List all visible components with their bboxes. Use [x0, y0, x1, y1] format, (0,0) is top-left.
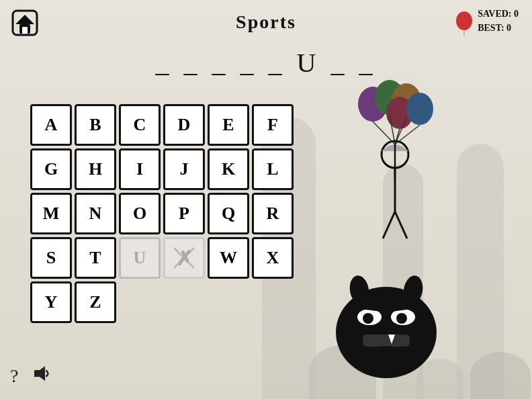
key-k[interactable]: K — [208, 148, 249, 190]
help-button[interactable]: ? — [10, 365, 18, 387]
key-s[interactable]: S — [30, 237, 72, 279]
key-y[interactable]: Y — [30, 281, 72, 323]
svg-line-18 — [383, 212, 395, 238]
word-area: _ _ _ _ _ U _ _ — [0, 47, 532, 79]
svg-marker-38 — [34, 366, 45, 381]
key-e[interactable]: E — [208, 104, 249, 146]
word-display: _ _ _ _ _ U _ _ — [0, 47, 532, 79]
svg-line-37 — [174, 248, 194, 268]
key-z[interactable]: Z — [75, 281, 116, 323]
svg-rect-29 — [363, 335, 410, 347]
key-w[interactable]: W — [208, 237, 249, 279]
svg-line-19 — [395, 212, 407, 238]
game-scene — [289, 67, 531, 383]
key-m[interactable]: M — [30, 193, 72, 234]
svg-point-26 — [396, 313, 407, 324]
svg-marker-33 — [15, 15, 34, 24]
score-text: SAVED: 0 BEST: 0 — [478, 7, 519, 35]
best-score: BEST: 0 — [478, 21, 519, 35]
score-area: SAVED: 0 BEST: 0 — [456, 7, 519, 35]
key-l[interactable]: L — [252, 148, 294, 190]
key-v — [163, 237, 205, 279]
home-button[interactable] — [10, 8, 40, 38]
key-c[interactable]: C — [119, 104, 161, 146]
key-j[interactable]: J — [163, 148, 205, 190]
svg-point-9 — [406, 93, 433, 125]
key-a[interactable]: A — [30, 104, 72, 146]
key-o[interactable]: O — [119, 193, 161, 234]
key-i[interactable]: I — [119, 148, 161, 190]
key-g[interactable]: G — [30, 148, 72, 190]
key-p[interactable]: P — [163, 193, 205, 234]
header: Sports SAVED: 0 BEST: 0 — [0, 0, 532, 44]
score-balloon-icon — [456, 11, 472, 30]
svg-line-36 — [174, 248, 194, 268]
key-q[interactable]: Q — [208, 193, 249, 234]
key-d[interactable]: D — [163, 104, 205, 146]
key-u: U — [119, 237, 161, 279]
key-h[interactable]: H — [75, 148, 116, 190]
key-n[interactable]: N — [75, 193, 116, 234]
key-r[interactable]: R — [252, 193, 294, 234]
svg-point-25 — [363, 313, 373, 324]
game-title: Sports — [236, 11, 296, 33]
svg-point-31 — [363, 346, 410, 373]
key-t[interactable]: T — [75, 237, 116, 279]
bottom-area: ? — [10, 363, 53, 389]
keyboard: ABCDEFGHIJKLMNOPQRSTU WXYZ — [30, 104, 294, 323]
saved-score: SAVED: 0 — [478, 7, 519, 21]
svg-rect-35 — [22, 27, 28, 34]
key-x[interactable]: X — [252, 237, 294, 279]
sound-button[interactable] — [32, 363, 53, 389]
key-b[interactable]: B — [75, 104, 116, 146]
key-f[interactable]: F — [252, 104, 294, 146]
